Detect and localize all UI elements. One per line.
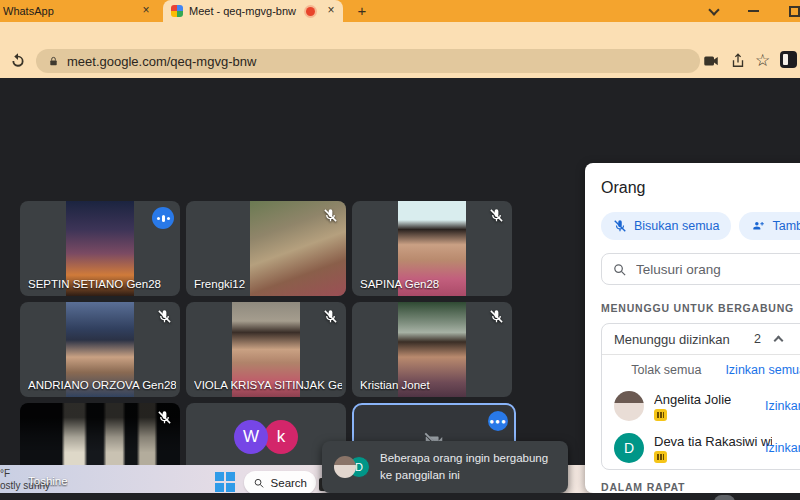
avatar: W [234, 420, 268, 454]
speaking-indicator-icon [152, 207, 174, 229]
waiting-section-header: MENUNGGU UNTUK BERGABUNG [601, 302, 800, 314]
tab-title: WhatsApp [3, 5, 134, 17]
participant-name: ANDRIANO ORZOVA Gen28 [28, 379, 176, 391]
video-tile-andriano[interactable]: ANDRIANO ORZOVA Gen28 [20, 302, 180, 397]
status-badge-icon [654, 409, 667, 421]
reload-button[interactable] [9, 52, 27, 70]
mic-off-icon [157, 309, 172, 324]
mute-all-label: Bisukan semua [634, 219, 719, 233]
video-tile-kristian[interactable]: Kristian Jonet [352, 302, 512, 397]
minimize-window-button[interactable] [748, 0, 759, 22]
mic-off-icon [613, 219, 627, 233]
chevron-up-icon [774, 336, 784, 346]
join-request-row: D Deva tia Rakasiwi wid... Izinkan ⋮ [602, 427, 800, 469]
avatar: k [264, 420, 298, 454]
start-button[interactable] [215, 472, 235, 492]
avatar: D [614, 433, 644, 463]
meet-favicon-icon [171, 5, 183, 17]
join-request-toast[interactable]: D Beberapa orang ingin bergabung ke pang… [322, 441, 568, 493]
search-label: Search [271, 477, 307, 489]
people-search-input[interactable] [636, 262, 800, 277]
tab-whatsapp[interactable]: WhatsApp × [0, 0, 158, 22]
in-meeting-section-header: DALAM RAPAT [601, 481, 800, 493]
participant-name: Kristian Jonet [360, 379, 430, 391]
video-tile-viola[interactable]: VIOLA KRISYA SITINJAK Ge... [186, 302, 346, 397]
admit-button[interactable]: Izinkan [765, 399, 800, 413]
close-tab-icon[interactable]: × [139, 4, 153, 18]
avatar [334, 456, 356, 478]
participant-name: SAPINA Gen28 [360, 278, 439, 290]
admit-all-button[interactable]: Izinkan semua [725, 363, 800, 377]
video-tile-sapina[interactable]: SAPINA Gen28 [352, 201, 512, 296]
media-control-icon[interactable] [702, 52, 720, 70]
browser-toolbar: meet.google.com/qeq-mgvg-bnw ☆ [0, 22, 800, 78]
screen: WhatsApp × Meet - qeq-mgvg-bnw × + meet.… [0, 0, 800, 500]
requester-name: Deva tia Rakasiwi wid... [654, 434, 772, 449]
mic-off-icon [157, 410, 172, 425]
tab-meet[interactable]: Meet - qeq-mgvg-bnw × [163, 0, 343, 22]
close-tab-icon[interactable]: × [324, 4, 338, 18]
mute-all-button[interactable]: Bisukan semua [601, 212, 731, 240]
deny-all-button[interactable]: Tolak semua [631, 363, 701, 377]
participants-count-badge: 17 [714, 495, 735, 500]
panel-title: Orang [601, 179, 800, 197]
waiting-card-header[interactable]: Menunggu diizinkan 2 [602, 324, 800, 354]
tab-title: Meet - qeq-mgvg-bnw [189, 5, 306, 17]
maximize-window-button[interactable] [789, 0, 800, 22]
waiting-count: 2 [754, 332, 761, 346]
add-people-button[interactable]: Tambahkan orang [739, 212, 800, 240]
taskbar-search[interactable]: Search [244, 471, 316, 494]
new-tab-button[interactable]: + [352, 1, 372, 21]
join-request-row: Angelita Jolie Izinkan ⋮ [602, 385, 800, 427]
video-tile-septin[interactable]: SEPTIN SETIANO Gen28 [20, 201, 180, 296]
minimize-icon [748, 10, 759, 12]
share-icon[interactable] [729, 52, 747, 70]
mic-off-icon [323, 208, 338, 223]
maximize-icon [789, 6, 800, 17]
participant-name: Frengki12 [194, 278, 245, 290]
lock-icon [48, 55, 59, 68]
participant-name: SEPTIN SETIANO Gen28 [28, 278, 161, 290]
meet-stage: SEPTIN SETIANO Gen28 Frengki12 SAPINA Ge… [0, 78, 800, 465]
mic-off-icon [489, 208, 504, 223]
chevron-down-icon [708, 4, 719, 15]
admit-button[interactable]: Izinkan [765, 441, 800, 455]
person-add-icon [751, 219, 765, 233]
search-icon [612, 262, 627, 277]
waiting-title: Menunggu diizinkan [614, 332, 730, 347]
toast-message: Beberapa orang ingin bergabung ke panggi… [380, 450, 556, 483]
add-people-label: Tambahkan orang [772, 219, 800, 233]
bookmark-star-icon[interactable]: ☆ [755, 52, 773, 70]
tile-menu-button[interactable]: ●●● [488, 411, 508, 431]
mic-off-icon [489, 309, 504, 324]
address-bar[interactable]: meet.google.com/qeq-mgvg-bnw [36, 49, 700, 73]
side-panel-icon[interactable] [780, 51, 797, 68]
waiting-card: Menunggu diizinkan 2 Tolak semua Izinkan… [601, 323, 800, 470]
participant-name: Toshine [28, 475, 68, 487]
requester-name: Angelita Jolie [654, 392, 731, 407]
status-badge-icon [654, 451, 667, 463]
tab-search-button[interactable] [710, 0, 718, 22]
search-icon [253, 477, 265, 489]
people-search-box[interactable] [601, 253, 800, 285]
video-tile-frengki[interactable]: Frengki12 [186, 201, 346, 296]
url-text: meet.google.com/qeq-mgvg-bnw [67, 54, 256, 69]
people-panel: Orang Bisukan semua Tambahkan orang MENU… [585, 163, 800, 493]
participant-name: VIOLA KRISYA SITINJAK Ge... [194, 379, 342, 391]
avatar [614, 391, 644, 421]
recording-indicator-icon [306, 7, 315, 16]
mic-off-icon [323, 309, 338, 324]
browser-tab-strip: WhatsApp × Meet - qeq-mgvg-bnw × + [0, 0, 800, 22]
meet-control-bar: | qeq-mgvg-bnw ! CC 17 [0, 493, 800, 500]
